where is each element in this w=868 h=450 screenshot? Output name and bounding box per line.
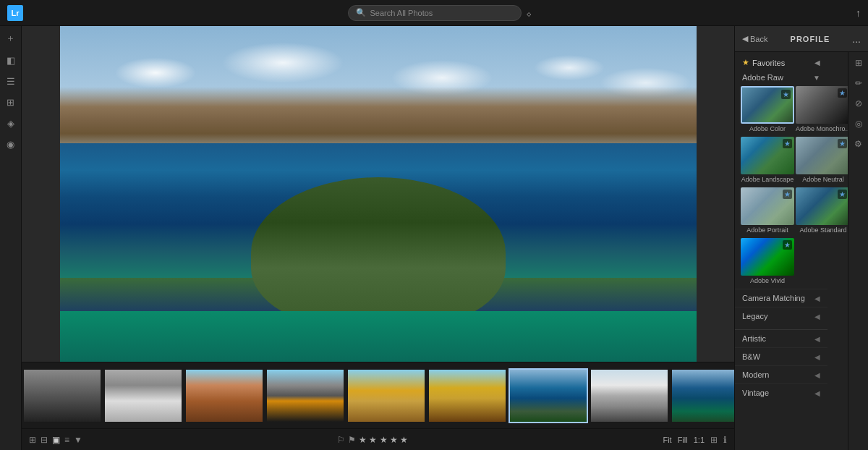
chevron-down-icon[interactable]: ▼ xyxy=(74,435,82,445)
profile-thumb-adobe-standard: ★ xyxy=(796,187,848,225)
crop-tool-icon[interactable]: ⊘ xyxy=(855,98,862,109)
film-thumb-5[interactable] xyxy=(346,368,426,423)
profile-thumb-adobe-vivid: ★ xyxy=(741,238,794,276)
right-panel: ◀ Back PROFILE ... ★ Favorites ◀ Adob xyxy=(734,26,868,450)
legacy-label: Legacy xyxy=(742,312,767,320)
adobe-vivid-star: ★ xyxy=(783,240,792,250)
bottom-bar: ⊞ ⊟ ▣ ≡ ▼ ⚐ ⚑ ★ ★ ★ ★ ★ Fit Fill 1:1 ⊞ ℹ xyxy=(22,428,734,450)
search-placeholder: Search All Photos xyxy=(370,9,433,17)
zoom-button[interactable]: 1:1 xyxy=(694,436,705,444)
profile-item-adobe-vivid[interactable]: ★ Adobe Vivid xyxy=(741,238,794,287)
filter-tool-icon[interactable]: ◎ xyxy=(855,119,862,129)
grid-large-icon[interactable]: ⊞ xyxy=(29,435,36,445)
collections-icon[interactable]: ◈ xyxy=(7,118,14,129)
fit-button[interactable]: Fit xyxy=(663,436,671,444)
film-thumb-3[interactable] xyxy=(184,368,264,423)
bottom-right: Fit Fill 1:1 ⊞ ℹ xyxy=(663,435,727,445)
profile-item-adobe-color[interactable]: ★ Adobe Color xyxy=(741,86,794,135)
adobe-monochrome-label: Adobe Monochro... xyxy=(796,124,848,135)
adobe-raw-label: Adobe Raw xyxy=(742,73,783,82)
vintage-label: Vintage xyxy=(742,389,769,397)
camera-matching-label: Camera Matching xyxy=(742,294,805,302)
profile-item-adobe-monochrome[interactable]: ★ Adobe Monochro... xyxy=(796,86,848,135)
profile-thumb-adobe-monochrome: ★ xyxy=(796,86,848,124)
flag-icon-2[interactable]: ⚑ xyxy=(348,435,356,445)
foreground-water-layer xyxy=(60,311,697,362)
adobe-landscape-star: ★ xyxy=(783,139,792,148)
film-thumb-4[interactable] xyxy=(265,368,345,423)
info-icon[interactable]: ℹ xyxy=(723,435,727,445)
profile-thumb-adobe-color: ★ xyxy=(741,86,794,124)
film-thumb-7[interactable] xyxy=(509,368,588,423)
favorites-label: ★ Favorites xyxy=(742,58,785,67)
category-bw[interactable]: B&W ◀ xyxy=(735,347,827,365)
adobe-standard-star: ★ xyxy=(838,190,847,199)
film-thumb-2[interactable] xyxy=(103,368,183,423)
category-vintage[interactable]: Vintage ◀ xyxy=(735,383,827,402)
film-thumb-8[interactable] xyxy=(590,368,669,423)
profile-thumb-adobe-neutral: ★ xyxy=(796,137,848,174)
bw-label: B&W xyxy=(742,352,760,361)
profile-grid: ★ Adobe Color ★ Adobe Monochro... xyxy=(735,85,827,289)
bottom-left: ⊞ ⊟ ▣ ≡ ▼ xyxy=(29,435,82,445)
back-label: Back xyxy=(750,35,767,43)
film-thumb-9[interactable] xyxy=(671,368,734,423)
fill-button[interactable]: Fill xyxy=(678,436,688,444)
search-bar[interactable]: 🔍 Search All Photos xyxy=(348,5,522,21)
compare-icon[interactable]: ⊞ xyxy=(710,435,718,445)
category-modern[interactable]: Modern ◀ xyxy=(735,365,827,383)
more-button[interactable]: ... xyxy=(852,33,861,45)
grid-tool-icon[interactable]: ⊞ xyxy=(855,58,862,68)
favorites-section: ★ Favorites ◀ xyxy=(735,52,827,70)
catalog-icon[interactable]: ☰ xyxy=(7,76,15,87)
category-artistic[interactable]: Artistic ◀ xyxy=(735,329,827,347)
legacy-chevron: ◀ xyxy=(814,313,820,320)
topbar-left: Lr xyxy=(7,5,23,21)
category-legacy[interactable]: Legacy ◀ xyxy=(735,307,827,325)
back-arrow-icon: ◀ xyxy=(742,34,748,43)
add-icon[interactable]: ＋ xyxy=(6,32,15,45)
film-thumb-6[interactable] xyxy=(427,368,507,423)
settings-tool-icon[interactable]: ⚙ xyxy=(854,139,862,149)
topbar-right: ↑ xyxy=(856,7,861,19)
modern-chevron: ◀ xyxy=(814,371,820,379)
export-icon[interactable]: ↑ xyxy=(856,7,861,19)
adobe-neutral-star: ★ xyxy=(838,139,847,148)
category-camera-matching[interactable]: Camera Matching ◀ xyxy=(735,289,827,307)
adobe-color-label: Adobe Color xyxy=(741,124,794,135)
modern-label: Modern xyxy=(742,370,769,379)
publish-icon[interactable]: ◉ xyxy=(7,139,14,150)
flag-icon-1[interactable]: ⚐ xyxy=(337,435,345,445)
filter-icon[interactable]: ⬦ xyxy=(526,7,532,19)
profile-item-adobe-neutral[interactable]: ★ Adobe Neutral xyxy=(796,137,848,186)
loupe-icon[interactable]: ▣ xyxy=(52,435,60,445)
adobe-neutral-label: Adobe Neutral xyxy=(796,174,848,186)
main-photo xyxy=(60,26,697,362)
profile-item-adobe-portrait[interactable]: ★ Adobe Portrait xyxy=(741,187,794,237)
film-thumb-1[interactable] xyxy=(22,368,102,423)
artistic-chevron: ◀ xyxy=(814,335,820,343)
grid-medium-icon[interactable]: ⊟ xyxy=(41,435,48,445)
brush-tool-icon[interactable]: ✏ xyxy=(855,78,862,88)
favorites-collapse-icon[interactable]: ◀ xyxy=(814,59,820,67)
star-rating[interactable]: ★ ★ ★ ★ ★ xyxy=(359,435,408,445)
back-button[interactable]: ◀ Back xyxy=(742,34,767,43)
bottom-center: ⚐ ⚑ ★ ★ ★ ★ ★ xyxy=(337,435,408,445)
adobe-standard-label: Adobe Standard xyxy=(796,225,848,237)
adobe-raw-header[interactable]: Adobe Raw ▼ xyxy=(735,70,827,85)
adobe-raw-chevron: ▼ xyxy=(813,74,820,82)
profile-thumb-adobe-portrait: ★ xyxy=(741,187,794,225)
adobe-portrait-star: ★ xyxy=(783,190,792,199)
favorites-star-icon: ★ xyxy=(742,58,749,67)
bw-chevron: ◀ xyxy=(814,353,820,361)
profile-item-adobe-standard[interactable]: ★ Adobe Standard xyxy=(796,187,848,237)
folders-icon[interactable]: ⊞ xyxy=(7,97,14,108)
adobe-landscape-label: Adobe Landscape xyxy=(741,174,794,186)
photo-viewer xyxy=(22,26,734,362)
app-logo: Lr xyxy=(7,5,23,21)
survey-icon[interactable]: ≡ xyxy=(64,435,69,445)
navigator-icon[interactable]: ◧ xyxy=(7,55,15,66)
profile-item-adobe-landscape[interactable]: ★ Adobe Landscape xyxy=(741,137,794,186)
adobe-monochrome-star: ★ xyxy=(838,88,847,98)
artistic-label: Artistic xyxy=(742,334,766,343)
